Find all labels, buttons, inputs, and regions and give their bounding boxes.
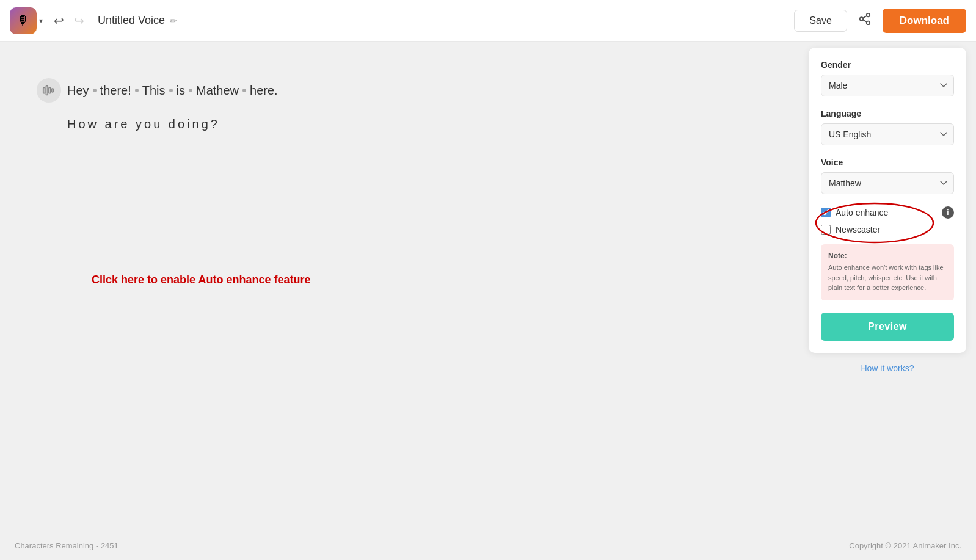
- auto-enhance-row: Auto enhance i: [821, 206, 954, 219]
- svg-line-3: [863, 20, 867, 22]
- footer: Characters Remaining - 2451 Copyright © …: [0, 541, 976, 550]
- chars-remaining: Characters Remaining - 2451: [15, 541, 118, 550]
- svg-rect-7: [49, 87, 51, 93]
- logo-icon: 🎙: [10, 7, 37, 34]
- newscaster-label: Newscaster: [836, 225, 880, 235]
- download-button[interactable]: Download: [883, 9, 966, 33]
- preview-button[interactable]: Preview: [821, 313, 954, 341]
- word-hey: Hey: [67, 84, 89, 98]
- note-box: Note: Auto enhance won't work with tags …: [821, 244, 954, 300]
- dot-3: [169, 89, 173, 92]
- voice-line-1: Hey there! This is Mathew here.: [37, 78, 762, 103]
- word-is: is: [177, 84, 185, 98]
- auto-enhance-callout: Click here to enable Auto enhance featur…: [92, 274, 310, 286]
- edit-icon[interactable]: ✏: [170, 16, 177, 26]
- word-this: This: [142, 84, 166, 98]
- gender-label: Gender: [821, 60, 954, 70]
- note-text: Auto enhance won't work with tags like s…: [828, 263, 947, 293]
- logo-chevron-icon[interactable]: ▾: [39, 16, 43, 25]
- voice-text-line2: How are you doing?: [67, 117, 762, 131]
- logo-wrapper: 🎙 ▾: [10, 7, 43, 34]
- gender-field-group: Gender Male Female: [821, 60, 954, 106]
- svg-rect-8: [52, 89, 54, 92]
- language-label: Language: [821, 109, 954, 118]
- main-area: Hey there! This is Mathew here. How are …: [0, 42, 976, 560]
- topbar: 🎙 ▾ ↩ ↪ Untitled Voice ✏ Save Download: [0, 0, 976, 42]
- word-here: here.: [250, 84, 278, 98]
- redo-button[interactable]: ↪: [70, 10, 88, 32]
- language-select[interactable]: US English UK English Australian English: [821, 123, 954, 145]
- undo-button[interactable]: ↩: [50, 10, 68, 32]
- checkbox-section: Auto enhance i Newscaster: [821, 206, 954, 235]
- right-panel: Gender Male Female Language US English U…: [799, 42, 976, 560]
- save-button[interactable]: Save: [794, 10, 847, 32]
- dot-2: [135, 89, 139, 92]
- voice-select[interactable]: Matthew Joanna Joey: [821, 172, 954, 194]
- waveform-icon: [37, 78, 61, 103]
- note-title: Note:: [828, 252, 947, 260]
- auto-enhance-checkbox[interactable]: [821, 208, 831, 217]
- dot-1: [93, 89, 97, 92]
- svg-line-4: [863, 16, 867, 18]
- dot-5: [242, 89, 246, 92]
- svg-rect-5: [43, 87, 45, 93]
- newscaster-row: Newscaster: [821, 225, 954, 235]
- undo-redo-group: ↩ ↪: [50, 10, 88, 32]
- svg-rect-6: [46, 86, 48, 95]
- word-there: there!: [100, 84, 131, 98]
- auto-enhance-label: Auto enhance: [836, 208, 888, 217]
- title-section: Untitled Voice ✏: [98, 14, 177, 27]
- how-it-works-link[interactable]: How it works?: [861, 363, 914, 373]
- dot-4: [189, 89, 192, 92]
- share-button[interactable]: [854, 9, 875, 32]
- gender-select[interactable]: Male Female: [821, 75, 954, 96]
- newscaster-checkbox[interactable]: [821, 225, 831, 235]
- language-field-group: Language US English UK English Australia…: [821, 109, 954, 155]
- editor-area: Hey there! This is Mathew here. How are …: [0, 42, 799, 560]
- settings-card: Gender Male Female Language US English U…: [809, 48, 966, 353]
- voice-text-line1: Hey there! This is Mathew here.: [67, 84, 278, 98]
- topbar-right: Save Download: [794, 9, 966, 33]
- word-mathew: Mathew: [196, 84, 239, 98]
- copyright: Copyright © 2021 Animaker Inc.: [849, 541, 961, 550]
- info-icon[interactable]: i: [942, 206, 954, 219]
- voice-label: Voice: [821, 158, 954, 167]
- voice-field-group: Voice Matthew Joanna Joey: [821, 158, 954, 204]
- doc-title: Untitled Voice: [98, 14, 165, 27]
